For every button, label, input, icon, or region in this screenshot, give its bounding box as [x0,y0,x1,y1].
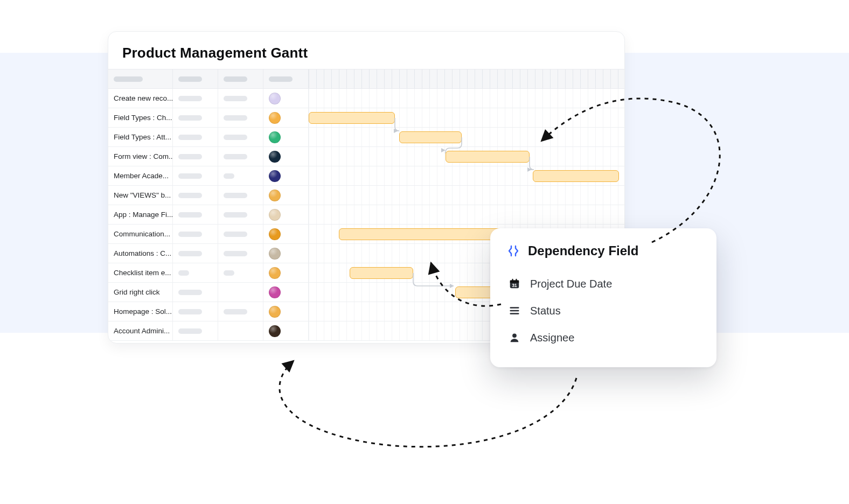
assignee-cell[interactable] [263,263,309,283]
assignee-cell[interactable] [263,225,309,244]
col-header-3[interactable] [218,69,263,89]
popup-field-item[interactable]: Assignee [506,324,700,351]
cell-col2[interactable] [173,263,218,283]
timeline-cell[interactable] [309,166,624,186]
dependency-icon [506,244,520,258]
timeline-cell[interactable] [309,128,624,147]
popup-field-label: Project Due Date [530,278,612,290]
assignee-cell[interactable] [263,128,309,147]
popup-field-item[interactable]: 31Project Due Date [506,270,700,297]
task-name-cell[interactable]: Member Acade... [108,166,173,186]
calendar-icon: 31 [507,277,521,291]
cell-col3[interactable] [218,166,263,186]
gantt-bar[interactable] [533,170,619,182]
svg-rect-1 [510,281,519,283]
gantt-bar[interactable] [399,131,462,143]
cell-col2[interactable] [173,186,218,205]
timeline-cell[interactable] [309,205,624,225]
popup-field-label: Status [530,305,561,317]
cell-col3[interactable] [218,89,263,108]
avatar [269,170,281,182]
col-header-timeline[interactable] [309,69,624,89]
task-name-cell[interactable]: Form view : Com... [108,147,173,166]
assignee-cell[interactable] [263,166,309,186]
task-name-cell[interactable]: Checklist item e... [108,263,173,283]
col-header-task[interactable] [108,69,173,89]
avatar [269,267,281,279]
cell-col2[interactable] [173,89,218,108]
cell-col3[interactable] [218,263,263,283]
col-header-2[interactable] [173,69,218,89]
assignee-cell[interactable] [263,147,309,166]
col-header-4[interactable] [263,69,309,89]
task-name-cell[interactable]: Field Types : Ch... [108,108,173,128]
avatar [269,131,281,143]
timeline-cell[interactable] [309,186,624,205]
avatar [269,325,281,337]
cell-col3[interactable] [218,186,263,205]
cell-col2[interactable] [173,108,218,128]
cell-col2[interactable] [173,225,218,244]
popup-field-item[interactable]: Status [506,297,700,324]
task-name-cell[interactable]: Automations : C... [108,244,173,263]
timeline-cell[interactable] [309,108,624,128]
task-name-cell[interactable]: Communication... [108,225,173,244]
avatar [269,306,281,318]
cell-col3[interactable] [218,244,263,263]
page-title: Product Management Gantt [108,32,624,69]
cell-col3[interactable] [218,225,263,244]
assignee-cell[interactable] [263,321,309,341]
svg-rect-2 [512,279,513,282]
task-name-cell[interactable]: Account Admini... [108,321,173,341]
task-name-cell[interactable]: App : Manage Fi... [108,205,173,225]
avatar [269,248,281,260]
gantt-bar[interactable] [446,151,530,163]
timeline-cell[interactable] [309,147,624,166]
assignee-cell[interactable] [263,186,309,205]
avatar [269,151,281,163]
assignee-cell[interactable] [263,89,309,108]
cell-col3[interactable] [218,302,263,321]
gantt-bar[interactable] [309,112,395,124]
cell-col2[interactable] [173,128,218,147]
person-icon [507,331,521,345]
task-name-cell[interactable]: Create new reco... [108,89,173,108]
timeline-cell[interactable] [309,89,624,108]
cell-col2[interactable] [173,147,218,166]
avatar [269,190,281,201]
list-icon [507,304,521,318]
cell-col3[interactable] [218,321,263,341]
cell-col3[interactable] [218,108,263,128]
svg-point-8 [512,333,517,338]
dependency-popup: Dependency Field 31Project Due DateStatu… [490,228,716,367]
cell-col3[interactable] [218,147,263,166]
gantt-bar[interactable] [350,267,413,279]
cell-col2[interactable] [173,205,218,225]
task-name-cell[interactable]: Field Types : Att... [108,128,173,147]
task-name-cell[interactable]: Homepage : Sol... [108,302,173,321]
cell-col3[interactable] [218,283,263,302]
avatar [269,209,281,221]
assignee-cell[interactable] [263,283,309,302]
avatar [269,286,281,298]
cell-col2[interactable] [173,244,218,263]
avatar [269,112,281,124]
task-name-cell[interactable]: Grid right click [108,283,173,302]
avatar [269,93,281,104]
popup-title-row: Dependency Field [506,243,700,258]
task-name-cell[interactable]: New "VIEWS" b... [108,186,173,205]
assignee-cell[interactable] [263,244,309,263]
svg-rect-3 [516,279,517,282]
assignee-cell[interactable] [263,108,309,128]
cell-col2[interactable] [173,166,218,186]
svg-text:31: 31 [512,283,517,288]
cell-col2[interactable] [173,321,218,341]
popup-field-label: Assignee [530,332,574,344]
popup-title: Dependency Field [528,243,638,258]
assignee-cell[interactable] [263,205,309,225]
assignee-cell[interactable] [263,302,309,321]
cell-col2[interactable] [173,283,218,302]
cell-col3[interactable] [218,128,263,147]
cell-col2[interactable] [173,302,218,321]
cell-col3[interactable] [218,205,263,225]
